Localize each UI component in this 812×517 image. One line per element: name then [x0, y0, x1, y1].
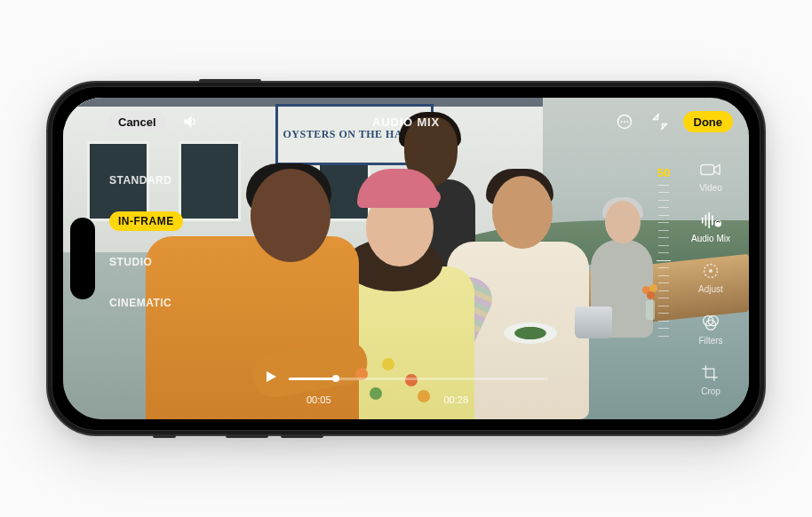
svg-point-1 — [620, 121, 622, 123]
audio-mix-modes: STANDARD IN-FRAME STUDIO CINEMATIC — [109, 174, 183, 309]
side-button-action — [153, 434, 176, 438]
tab-audio-mix[interactable]: Audio Mix — [691, 211, 730, 243]
screen: OYSTERS ON THE HALF S — [63, 98, 749, 419]
svg-point-3 — [626, 121, 628, 123]
timeline-scrubber[interactable] — [289, 378, 548, 380]
playback-controls — [264, 370, 548, 387]
mode-studio[interactable]: STUDIO — [109, 256, 183, 268]
tab-label: Crop — [701, 386, 720, 396]
volume-icon[interactable] — [178, 109, 203, 134]
tab-video[interactable]: Video — [699, 160, 722, 193]
cancel-button[interactable]: Cancel — [107, 111, 167, 132]
more-options-icon[interactable] — [612, 109, 637, 134]
svg-rect-4 — [701, 165, 714, 175]
iphone-frame: OYSTERS ON THE HALF S — [46, 81, 766, 436]
svg-point-11 — [709, 269, 712, 273]
intensity-dial[interactable]: 50 — [655, 156, 673, 371]
editor-title: AUDIO MIX — [372, 115, 440, 129]
dynamic-island — [70, 218, 95, 299]
tab-adjust[interactable]: Adjust — [698, 261, 723, 294]
scrubber-handle[interactable] — [332, 375, 339, 382]
svg-point-2 — [624, 121, 625, 123]
time-elapsed: 00:05 — [306, 394, 331, 405]
tab-label: Adjust — [698, 284, 723, 294]
exit-fullscreen-icon[interactable] — [648, 109, 673, 134]
tab-crop[interactable]: Crop — [699, 363, 722, 396]
timeline-labels: 00:05 00:28 — [264, 394, 548, 405]
editor-tabs-rail: Video — [681, 146, 740, 410]
tab-label: Filters — [698, 336, 722, 346]
intensity-value: 50 — [657, 166, 670, 179]
time-total: 00:28 — [443, 394, 468, 405]
side-button-vol-down — [281, 434, 323, 438]
tab-label: Audio Mix — [691, 234, 730, 243]
tab-filters[interactable]: Filters — [698, 313, 722, 346]
tab-label: Video — [699, 183, 721, 193]
top-bar: Cancel AUDIO MIX — [63, 105, 749, 139]
mode-in-frame[interactable]: IN-FRAME — [109, 215, 183, 227]
side-button-power — [199, 79, 261, 83]
play-button[interactable] — [264, 370, 278, 387]
side-button-vol-up — [226, 434, 268, 438]
mode-standard[interactable]: STANDARD — [109, 174, 183, 187]
mode-cinematic[interactable]: CINEMATIC — [109, 297, 183, 309]
done-button[interactable]: Done — [683, 111, 734, 132]
